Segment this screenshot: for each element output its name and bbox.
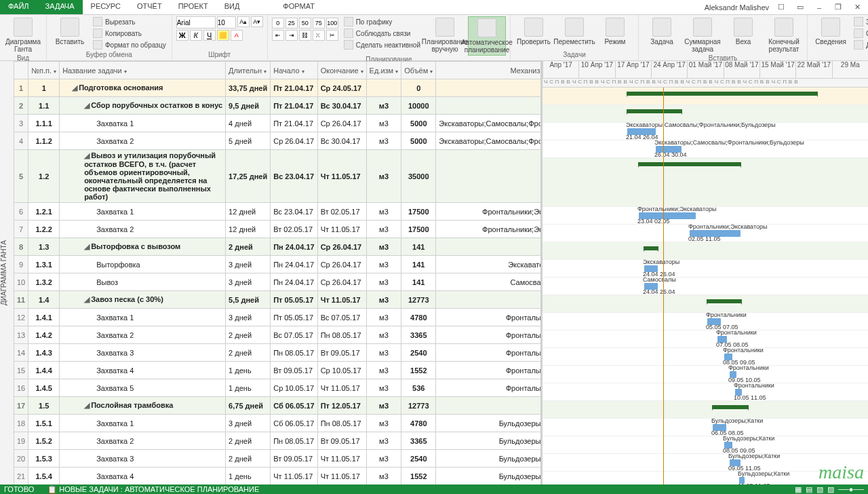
cell-duration[interactable]: 3 дней [226,415,271,432]
timescale-week[interactable]: 15 Май '17 [760,61,795,78]
timescale-week[interactable]: 24 Апр '17 [651,61,687,78]
cell-duration[interactable]: 3 дней [226,273,271,291]
cell-mechanisms[interactable]: Фронтальники [436,326,542,344]
cell-unit[interactable] [366,79,401,97]
collapse-icon[interactable]: ◢ [84,242,90,250]
inactive-button[interactable]: Сделать неактивной [342,39,422,50]
col-mechanisms[interactable]: Механизмы [436,62,542,79]
cell-volume[interactable]: 4780 [401,415,436,432]
link-button[interactable]: ⛓ [299,30,311,41]
respect-links-button[interactable]: Соблюдать связи [342,28,422,39]
col-name[interactable]: Название задачи ▾ [60,62,226,79]
cell-duration[interactable]: 4 дней [226,115,271,132]
col-wbs[interactable]: №п.п. ▾ [28,62,60,79]
cell-mechanisms[interactable]: Фронтальники [436,309,542,326]
view-usage-icon[interactable]: ▤ [806,485,812,494]
milestone-button[interactable]: Веха [724,16,762,54]
cell-mechanisms[interactable]: Бульдозеры;Катки [436,450,542,468]
cell-finish[interactable]: Вс 30.04.17 [317,132,366,150]
info-button[interactable]: Сведения [812,16,850,50]
cell-mechanisms[interactable] [436,79,542,97]
cell-volume[interactable]: 0 [401,79,436,97]
details-button[interactable]: Сведения [852,28,868,39]
gantt-row[interactable] [542,88,868,105]
cell-volume[interactable]: 1552 [401,362,436,379]
summary-bar[interactable] [713,405,748,409]
cell-wbs[interactable]: 1.4.2 [28,326,60,344]
row-number[interactable]: 20 [14,450,28,468]
cell-mechanisms[interactable]: Экскаваторы;Самосвалы;Фронтальники;Бульд… [436,132,542,150]
gantt-row[interactable] [542,295,868,313]
cell-unit[interactable]: м3 [366,397,401,415]
cell-mechanisms[interactable]: Бульдозеры;Катки [436,432,542,450]
cell-start[interactable]: Пн 24.04.17 [271,273,317,291]
manual-schedule-button[interactable]: Планирование вручную [426,16,464,56]
inspect-button[interactable]: Проверить [515,16,553,47]
cell-start[interactable]: Вт 09.05.17 [271,450,317,468]
pct50-button[interactable]: 50 [299,18,311,28]
cell-mechanisms[interactable] [436,397,542,415]
gantt-chart-button[interactable]: Диаграмма Ганта [4,16,42,54]
cell-name[interactable]: Захватка 2 [60,326,226,344]
cell-mechanisms[interactable]: Бульдозеры;Катки [436,415,542,432]
cell-start[interactable]: Пн 24.04.17 [271,238,317,256]
cell-duration[interactable]: 6,75 дней [226,397,271,415]
view-gantt-icon[interactable]: ▦ [795,485,802,494]
row-number[interactable]: 2 [14,97,28,115]
collapse-icon[interactable]: ◢ [84,151,90,159]
cell-duration[interactable]: 1 день [226,379,271,397]
gantt-row[interactable] [542,158,868,207]
cell-unit[interactable]: м3 [366,221,401,238]
cell-wbs[interactable]: 1.1 [28,97,60,115]
cell-wbs[interactable]: 1.3 [28,238,60,256]
cell-mechanisms[interactable]: Экскаваторы;Самосвалы;Фронтальники;Бульд… [436,115,542,132]
timescale-week[interactable]: 29 Ма [832,61,868,78]
zoom-slider[interactable]: ──●── [838,485,864,494]
cell-mechanisms[interactable]: Фронтальники [436,344,542,362]
cell-mechanisms[interactable] [436,150,542,203]
cell-mechanisms[interactable]: Фронтальники [436,362,542,379]
pct25-button[interactable]: 25 [285,18,298,28]
cell-finish[interactable]: Вс 30.04.17 [317,97,366,115]
tab-view[interactable]: ВИД [216,0,248,14]
cell-start[interactable]: Пт 21.04.17 [271,79,317,97]
cell-unit[interactable]: м3 [366,291,401,309]
cell-name[interactable]: ◢Вывоз и утилизация порубочный остатков … [60,150,226,203]
cell-volume[interactable]: 35000 [401,150,436,203]
notes-button[interactable]: Заметки задачи [852,16,868,27]
cell-unit[interactable]: м3 [366,132,401,150]
cell-duration[interactable]: 2 дней [226,450,271,468]
cell-start[interactable]: Вт 09.05.17 [271,362,317,379]
col-unit[interactable]: Ед.изм ▾ [366,62,401,79]
bold-button[interactable]: Ж [176,30,189,41]
cell-volume[interactable]: 3365 [401,432,436,450]
close-icon[interactable]: ✕ [850,1,864,14]
move-button[interactable]: Переместить [555,16,593,47]
cell-wbs[interactable]: 1.4.4 [28,362,60,379]
cell-unit[interactable]: м3 [366,97,401,115]
tab-resource[interactable]: РЕСУРС [83,0,129,14]
cell-wbs[interactable]: 1.4 [28,291,60,309]
cell-start[interactable]: Сб 06.05.17 [271,397,317,415]
row-number[interactable]: 5 [14,150,28,203]
view-team-icon[interactable]: ▧ [816,485,823,494]
row-number[interactable]: 4 [14,132,28,150]
row-number[interactable]: 19 [14,432,28,450]
cell-unit[interactable]: м3 [366,450,401,468]
cell-wbs[interactable]: 1.3.1 [28,256,60,273]
col-dur[interactable]: Длительн ▾ [226,62,271,79]
cell-name[interactable]: ◢Выторфовка с вывозом [60,238,226,256]
font-size-input[interactable] [217,16,236,28]
cell-finish[interactable]: Чт 11.05.17 [317,291,366,309]
cell-duration[interactable]: 17,25 дней [226,150,271,203]
timescale-week[interactable]: 01 Май '17 [687,61,723,78]
cell-finish[interactable]: Вт 02.05.17 [317,203,366,221]
row-number[interactable]: 6 [14,203,28,221]
cell-name[interactable]: Захватка 1 [60,203,226,221]
ribbon-collapse-icon[interactable]: ▭ [793,1,807,14]
col-rownum[interactable] [14,62,28,79]
cell-wbs[interactable]: 1.3.2 [28,273,60,291]
summary-bar[interactable] [707,299,741,303]
gantt-row[interactable]: Фронтальники;Экскаваторы02.05 11.05 [542,225,868,242]
cell-start[interactable]: Пт 05.05.17 [271,291,317,309]
